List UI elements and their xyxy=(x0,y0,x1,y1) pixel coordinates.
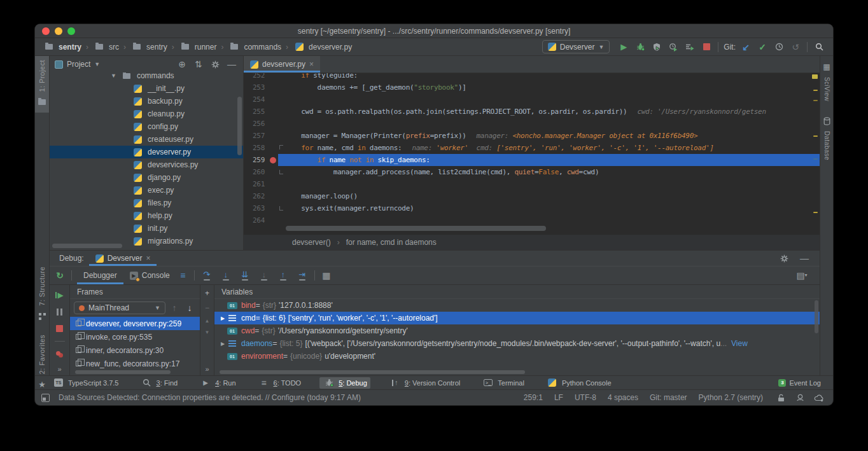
project-file[interactable]: cleanup.py xyxy=(50,108,243,120)
breadcrumb-item[interactable]: src xyxy=(93,40,119,54)
breakpoint-icon[interactable] xyxy=(270,157,276,163)
search-everywhere-icon[interactable] xyxy=(813,40,825,54)
line-number[interactable]: 255 xyxy=(244,106,268,118)
status-caret-position[interactable]: 259:1 xyxy=(524,393,543,402)
line-number[interactable]: 252 xyxy=(244,73,268,81)
run-icon[interactable]: ▶ xyxy=(617,40,630,54)
layout-options-icon[interactable]: ≡ xyxy=(176,268,189,282)
gutter[interactable] xyxy=(268,190,278,202)
fold-marker-icon[interactable] xyxy=(279,206,283,211)
add-watch-icon[interactable]: + xyxy=(205,289,209,298)
editor-tab-devserver[interactable]: devserver.py × xyxy=(244,56,320,73)
gutter[interactable] xyxy=(268,106,278,118)
project-vertical-scrollbar[interactable] xyxy=(237,97,242,155)
run-configuration-select[interactable]: Devserver ▼ xyxy=(542,40,610,53)
hide-panel-icon[interactable]: — xyxy=(225,57,238,71)
rerun-icon[interactable]: ↻ xyxy=(53,268,66,282)
line-number[interactable]: 259 xyxy=(244,154,268,166)
variables-horizontal-scrollbar[interactable] xyxy=(220,370,525,374)
next-frame-icon[interactable]: ↓ xyxy=(183,301,196,315)
code-area[interactable]: 252 if styleguide:253 daemons += [_get_d… xyxy=(244,73,820,234)
update-project-icon[interactable]: ↙ xyxy=(739,40,752,54)
tool-stripe----structure[interactable]: 7: Structure xyxy=(35,263,49,327)
project-folder[interactable]: ▼commands xyxy=(50,73,243,82)
close-window-button[interactable] xyxy=(42,27,50,35)
step-into-disabled-icon[interactable]: ↓ xyxy=(257,268,271,282)
frame-row[interactable]: inner, decorators.py:30 xyxy=(70,343,200,357)
toolwindow-button-9--version-control[interactable]: ↑9: Version Control xyxy=(386,377,463,389)
debug-tab-console[interactable]: ▶Console xyxy=(123,267,176,284)
line-number[interactable]: 260 xyxy=(244,166,268,178)
unlocked-icon[interactable] xyxy=(774,391,787,405)
minimize-window-button[interactable] xyxy=(55,27,62,35)
hide-panel-icon[interactable]: — xyxy=(798,251,811,265)
status-indent-style[interactable]: 4 spaces xyxy=(608,393,638,402)
debug-session-tab[interactable]: Devserver × xyxy=(89,251,157,266)
restore-layout-icon[interactable]: ▤▾ xyxy=(795,268,808,282)
debug-icon[interactable] xyxy=(634,40,647,54)
line-number[interactable]: 264 xyxy=(244,214,268,226)
tool-stripe----project[interactable]: 1: Project xyxy=(35,56,49,113)
project-file[interactable]: exec.py xyxy=(50,184,243,197)
breadcrumb-item[interactable]: devserver.py xyxy=(293,40,352,54)
fold-marker-icon[interactable] xyxy=(279,170,283,174)
project-file[interactable]: createuser.py xyxy=(50,133,243,146)
tool-stripe-sciview[interactable]: ▦SciView xyxy=(820,56,833,105)
locate-file-icon[interactable]: ⊕ xyxy=(176,57,188,71)
evaluate-expression-icon[interactable]: ▦ xyxy=(320,268,333,282)
gutter[interactable] xyxy=(268,130,278,142)
gutter[interactable] xyxy=(268,202,278,214)
gear-icon[interactable] xyxy=(778,251,790,265)
variable-row[interactable]: 01bind = {str}'127.0.0.1:8888' xyxy=(214,299,820,312)
collapse-all-icon[interactable]: ⇅ xyxy=(192,57,205,71)
breadcrumb-item[interactable]: runner xyxy=(179,40,217,54)
rollback-icon[interactable]: ↺ xyxy=(789,40,802,54)
editor-horizontal-scrollbar[interactable] xyxy=(286,226,546,231)
variables-vertical-scrollbar[interactable] xyxy=(815,300,818,333)
force-step-into-icon[interactable]: ⇊ xyxy=(238,268,252,282)
frame-row[interactable]: invoke, core.py:535 xyxy=(70,330,200,343)
status-line-separator[interactable]: LF xyxy=(554,393,563,402)
gutter[interactable] xyxy=(268,81,278,94)
fold-marker-icon[interactable] xyxy=(279,145,283,149)
toolwindow-button-typescript-3-7-5[interactable]: TSTypeScript 3.7.5 xyxy=(49,377,122,389)
expand-caret-icon[interactable]: ▼ xyxy=(111,73,116,79)
gutter[interactable] xyxy=(268,73,278,81)
toolwindow-button-3--find[interactable]: 3: Find xyxy=(137,377,181,389)
project-file[interactable]: config.py xyxy=(50,120,243,133)
toolwindow-button-6--todo[interactable]: ≡6: TODO xyxy=(255,377,305,389)
line-number[interactable]: 254 xyxy=(244,94,268,106)
view-value-link[interactable]: View xyxy=(731,339,748,348)
stop-icon[interactable] xyxy=(700,40,713,54)
inspection-indicator[interactable] xyxy=(812,74,818,79)
show-history-icon[interactable] xyxy=(773,40,785,54)
toolwindow-button-4--run[interactable]: ▶4: Run xyxy=(196,377,239,389)
status-git-branch[interactable]: Git: master xyxy=(650,393,687,402)
variable-row[interactable]: 01environment = {unicode}u'development' xyxy=(214,350,820,363)
project-file[interactable]: help.py xyxy=(50,209,243,222)
hector-icon[interactable] xyxy=(794,391,806,405)
warning-stripe-mark[interactable] xyxy=(813,100,818,101)
line-number[interactable]: 257 xyxy=(244,130,268,142)
close-tab-icon[interactable]: × xyxy=(309,60,314,69)
variable-row[interactable]: 01cwd = {str}'/Users/ryanskonnord/getsen… xyxy=(214,324,820,337)
view-breakpoints-icon[interactable] xyxy=(53,348,66,358)
gutter[interactable] xyxy=(268,178,278,190)
variable-row[interactable]: ▶cmd = {list: 6}['sentry', 'run', 'worke… xyxy=(214,312,820,324)
warning-stripe-mark[interactable] xyxy=(813,90,818,91)
gutter[interactable] xyxy=(268,118,278,130)
gutter[interactable] xyxy=(268,214,278,226)
expand-variable-icon[interactable]: ▶ xyxy=(218,316,227,321)
project-file[interactable]: __init__.py xyxy=(50,82,243,95)
line-number[interactable]: 262 xyxy=(244,190,268,202)
variable-row[interactable]: ▶daemons = {list: 5}[('webpack', ['/User… xyxy=(214,337,820,350)
line-number[interactable]: 261 xyxy=(244,178,268,190)
toolwindow-button-python-console[interactable]: Python Console xyxy=(543,377,615,389)
toolwindow-button-5--debug[interactable]: 5: Debug xyxy=(319,377,370,389)
project-file[interactable]: init.py xyxy=(50,222,243,235)
more-actions-icon[interactable]: » xyxy=(205,365,209,373)
debug-tab-debugger[interactable]: Debugger xyxy=(77,267,123,284)
run-with-coverage-icon[interactable] xyxy=(650,40,663,54)
breadcrumb-item[interactable]: commands xyxy=(228,40,281,54)
line-number[interactable]: 253 xyxy=(244,81,268,94)
